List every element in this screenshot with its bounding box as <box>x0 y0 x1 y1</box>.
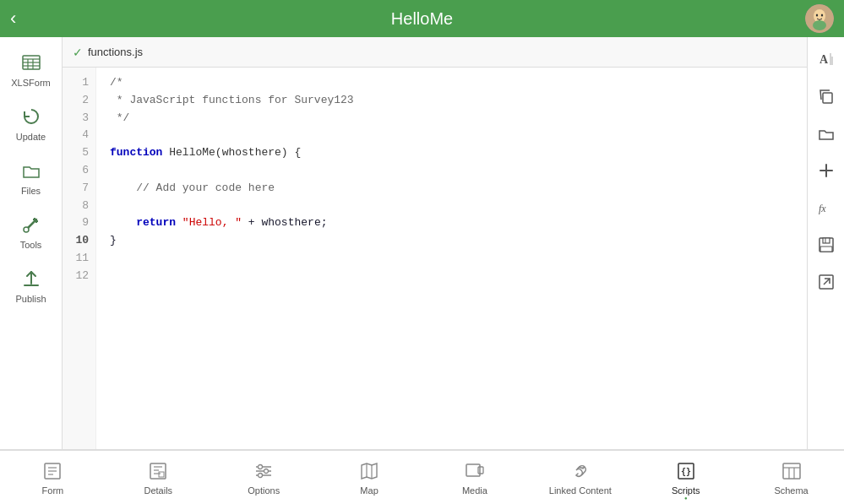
main-layout: XLSForm Update Files Tools <box>0 37 844 449</box>
sidebar-label-xlsform: XLSForm <box>11 78 50 88</box>
avatar[interactable] <box>805 4 834 33</box>
tab-label-options: Options <box>248 485 280 496</box>
tab-map[interactable]: Map <box>317 451 422 504</box>
tab-label-form: Form <box>42 485 64 496</box>
right-sidebar: A fx <box>807 37 844 449</box>
export-button[interactable] <box>811 267 841 297</box>
svg-point-2 <box>816 14 818 17</box>
code-editor[interactable]: 123456 78910 1112 /* * JavaScript functi… <box>63 68 807 449</box>
sidebar-label-tools: Tools <box>20 240 42 250</box>
svg-point-40 <box>264 469 269 473</box>
svg-point-4 <box>813 20 826 30</box>
content-area: ✓ functions.js 123456 78910 1112 /* * Ja… <box>63 37 807 449</box>
left-sidebar: XLSForm Update Files Tools <box>0 37 63 449</box>
code-line-1: /* <box>110 74 793 92</box>
file-tab-name: functions.js <box>88 46 143 58</box>
svg-text:A: A <box>819 53 829 66</box>
svg-point-3 <box>821 14 823 17</box>
svg-rect-49 <box>783 463 800 479</box>
tab-label-scripts: Scripts <box>672 485 700 496</box>
sidebar-item-files[interactable]: Files <box>0 152 62 203</box>
code-line-11 <box>110 250 793 268</box>
code-line-5: function HelloMe(whosthere) { <box>110 144 793 162</box>
code-line-10: } <box>110 232 793 250</box>
tab-details[interactable]: Details <box>106 451 211 504</box>
svg-line-26 <box>824 279 830 285</box>
svg-point-41 <box>259 473 263 477</box>
tab-label-schema: Schema <box>774 485 808 496</box>
svg-rect-22 <box>823 238 830 243</box>
back-button[interactable]: ‹ <box>10 8 16 30</box>
tab-media[interactable]: Media <box>422 451 528 504</box>
font-size-button[interactable]: A <box>811 44 841 74</box>
code-line-6 <box>110 162 793 180</box>
tab-linked-content[interactable]: Linked Content <box>527 451 633 504</box>
svg-rect-46 <box>478 467 483 474</box>
tab-form[interactable]: Form <box>0 451 106 504</box>
code-line-8 <box>110 198 793 215</box>
svg-text:{}: {} <box>681 467 691 476</box>
code-line-2: * JavaScript functions for Survey123 <box>110 92 793 110</box>
svg-rect-17 <box>823 93 832 103</box>
svg-rect-31 <box>150 463 166 479</box>
sidebar-item-publish[interactable]: Publish <box>0 260 62 311</box>
line-numbers: 123456 78910 1112 <box>63 68 96 449</box>
file-tab: ✓ functions.js <box>63 37 807 68</box>
code-line-9: return "Hello, " + whosthere; <box>110 214 793 232</box>
copy-button[interactable] <box>811 81 841 111</box>
sidebar-item-tools[interactable]: Tools <box>0 206 62 257</box>
fx-button[interactable]: fx <box>811 192 841 223</box>
tab-scripts[interactable]: {} Scripts <box>633 451 738 504</box>
app-title: HelloMe <box>391 9 453 29</box>
code-content[interactable]: /* * JavaScript functions for Survey123 … <box>96 68 807 449</box>
open-folder-button[interactable] <box>811 118 841 149</box>
sidebar-item-xlsform[interactable]: XLSForm <box>0 44 62 95</box>
tab-label-details: Details <box>144 485 173 496</box>
svg-point-12 <box>24 227 29 232</box>
svg-marker-42 <box>362 463 377 479</box>
save-button[interactable] <box>811 230 841 260</box>
svg-point-39 <box>259 464 263 469</box>
code-line-3: */ <box>110 110 793 127</box>
tab-label-linked-content: Linked Content <box>549 485 612 496</box>
tab-label-map: Map <box>360 485 378 496</box>
code-line-12 <box>110 268 793 285</box>
add-button[interactable] <box>811 155 841 186</box>
tab-options[interactable]: Options <box>211 451 317 504</box>
file-check-icon: ✓ <box>73 46 83 59</box>
svg-text:fx: fx <box>819 203 826 214</box>
tab-schema[interactable]: Schema <box>738 451 844 504</box>
sidebar-item-update[interactable]: Update <box>0 98 62 149</box>
bottom-tab-bar: Form Details Options Map <box>0 449 844 504</box>
code-line-7: // Add your code here <box>110 180 793 198</box>
svg-rect-23 <box>820 247 832 252</box>
sidebar-label-files: Files <box>21 186 41 196</box>
app-header: ‹ HelloMe <box>0 0 844 37</box>
sidebar-label-publish: Publish <box>15 294 46 304</box>
svg-rect-35 <box>159 472 164 477</box>
tab-label-media: Media <box>462 485 487 496</box>
sidebar-label-update: Update <box>16 132 46 142</box>
code-line-4 <box>110 127 793 144</box>
